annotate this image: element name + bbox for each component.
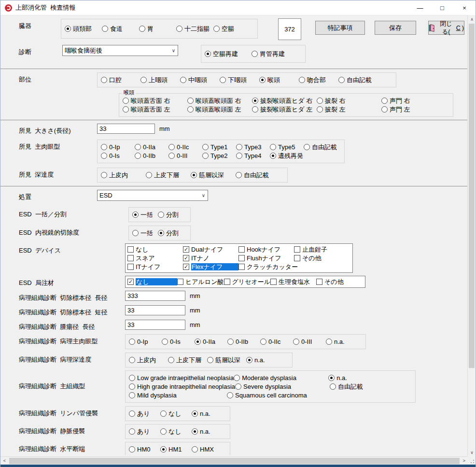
radio-option[interactable]: 0-Ip: [129, 338, 162, 345]
radio-option[interactable]: n.a.: [326, 338, 359, 345]
radio-option[interactable]: 上咽頭: [140, 76, 180, 84]
radio-option[interactable]: 自由記載: [330, 383, 363, 390]
special-notes-button[interactable]: 特記事項: [315, 21, 365, 35]
radio-option[interactable]: Type2: [202, 152, 236, 159]
radio-option[interactable]: Type3: [236, 143, 270, 151]
checkbox-option[interactable]: ヒアルロン酸: [177, 278, 224, 285]
radio-option[interactable]: あり: [129, 410, 160, 417]
radio-option[interactable]: 自由記載: [304, 143, 337, 151]
radio-option[interactable]: 筋層以深: [207, 356, 246, 364]
radio-option[interactable]: 空腸再建: [205, 50, 252, 57]
checkbox-option[interactable]: Flushナイフ: [238, 255, 294, 262]
vertical-scrollbar[interactable]: ∧ ∨: [467, 15, 476, 456]
scroll-left-icon[interactable]: <: [0, 457, 9, 465]
radio-option[interactable]: 分割: [158, 211, 183, 218]
save-button[interactable]: 保存: [375, 21, 416, 35]
radio-option[interactable]: n.a.: [192, 410, 223, 417]
checkbox-option[interactable]: その他: [294, 255, 350, 262]
radio-option[interactable]: 頭頚部: [65, 25, 102, 32]
checkbox-option[interactable]: 生理食塩水: [270, 278, 316, 285]
radio-option[interactable]: Squamous cell carcinoma: [227, 392, 322, 399]
radio-option[interactable]: 上皮内: [101, 171, 146, 179]
checkbox-option[interactable]: Hookナイフ: [238, 246, 294, 253]
radio-option[interactable]: 中咽頭: [180, 76, 220, 84]
radio-option[interactable]: 吻合部: [299, 76, 338, 84]
radio-option[interactable]: 上皮内: [129, 356, 168, 364]
radio-option[interactable]: n.a.: [192, 428, 223, 435]
minimize-button[interactable]: —: [409, 0, 431, 15]
radio-option[interactable]: 胃管再建: [252, 50, 298, 57]
radio-option[interactable]: HMX: [192, 446, 223, 453]
radio-option[interactable]: 0-III: [293, 338, 326, 345]
radio-option[interactable]: 自由記載: [236, 171, 280, 179]
radio-option[interactable]: 分割: [158, 229, 183, 237]
radio-option[interactable]: 0-IIb: [135, 152, 168, 159]
checkbox-option[interactable]: その他: [316, 278, 362, 285]
radio-option[interactable]: 0-III: [168, 152, 202, 159]
radio-option[interactable]: 喉頭蓋舌面 左: [123, 106, 187, 113]
radio-option[interactable]: n.a.: [246, 356, 285, 364]
radio-option[interactable]: 上皮下層: [168, 356, 207, 364]
vertical-scroll-thumb[interactable]: [469, 24, 475, 368]
radio-option[interactable]: 胃: [139, 25, 176, 32]
radio-option[interactable]: 喉頭蓋喉頭面 右: [187, 97, 252, 104]
radio-option[interactable]: 筋層以深: [191, 171, 236, 179]
radio-option[interactable]: 下咽頭: [220, 76, 259, 84]
checkbox-option[interactable]: クラッチカッター: [238, 263, 298, 270]
close-window-button[interactable]: ×: [453, 0, 476, 15]
checkbox-option[interactable]: なし: [127, 246, 183, 253]
text-field[interactable]: [125, 305, 185, 315]
radio-option[interactable]: 披裂喉頭蓋ヒダ 左: [252, 106, 317, 113]
radio-option[interactable]: Mild dysplasia: [129, 392, 227, 399]
checkbox-option[interactable]: ITナイフ: [127, 263, 183, 270]
scroll-down-icon[interactable]: ∨: [468, 448, 476, 456]
resize-grip[interactable]: [473, 462, 474, 463]
checkbox-option[interactable]: ✓ITナノ: [183, 255, 238, 262]
radio-option[interactable]: Type1: [202, 143, 236, 151]
radio-option[interactable]: 自由記載: [338, 76, 378, 84]
close-form-button[interactable]: 閉じる(C): [428, 21, 464, 35]
radio-option[interactable]: 喉頭蓋舌面 右: [123, 97, 187, 104]
radio-option[interactable]: 0-Is: [101, 152, 135, 159]
radio-option[interactable]: 0-IIa: [195, 338, 227, 345]
horizontal-scrollbar[interactable]: < >: [0, 456, 468, 465]
radio-option[interactable]: 食道: [102, 25, 139, 32]
text-field[interactable]: [97, 124, 155, 134]
radio-option[interactable]: HM1: [160, 446, 192, 453]
radio-option[interactable]: Moderate dysplasia: [234, 374, 328, 382]
checkbox-option[interactable]: 止血鉗子: [294, 246, 350, 253]
radio-option[interactable]: Low grade intraepithelial neoplasia: [129, 374, 234, 382]
radio-option[interactable]: 披裂 右: [317, 97, 381, 104]
scroll-up-icon[interactable]: ∧: [468, 15, 476, 23]
radio-option[interactable]: 0-Ip: [101, 143, 135, 151]
checkbox-option[interactable]: ✓なし: [127, 278, 177, 285]
radio-option[interactable]: 0-IIa: [135, 143, 168, 151]
text-field[interactable]: [125, 291, 185, 301]
radio-option[interactable]: 空腸: [213, 25, 251, 32]
radio-option[interactable]: 披裂喉頭蓋ヒダ 右: [252, 97, 317, 104]
radio-option[interactable]: なし: [160, 428, 192, 435]
checkbox-option[interactable]: ✓Dualナイフ: [183, 246, 238, 253]
radio-option[interactable]: 声門 右: [381, 97, 446, 104]
radio-option[interactable]: 一括: [132, 229, 158, 237]
radio-option[interactable]: 口腔: [101, 76, 140, 84]
radio-option[interactable]: 上皮下層: [146, 171, 191, 179]
checkbox-option[interactable]: グリセオール: [224, 278, 271, 285]
checkbox-option[interactable]: スネア: [127, 255, 183, 262]
radio-option[interactable]: 披裂 左: [317, 106, 381, 113]
radio-option[interactable]: HM0: [129, 446, 160, 453]
checkbox-option[interactable]: ✓Flexナイフ: [183, 263, 238, 270]
radio-option[interactable]: 喉頭蓋喉頭面 左: [187, 106, 252, 113]
radio-option[interactable]: Type4: [236, 152, 270, 159]
radio-option[interactable]: なし: [160, 410, 192, 417]
maximize-button[interactable]: □: [431, 0, 453, 15]
radio-option[interactable]: Severe dysplasia: [235, 383, 330, 390]
dropdown[interactable]: ESD∨: [97, 190, 208, 201]
radio-option[interactable]: 遺残再発: [270, 152, 304, 159]
radio-option[interactable]: n.a.: [328, 374, 347, 382]
dropdown[interactable]: 咽喉食摘術後∨: [62, 45, 178, 56]
radio-option[interactable]: 0-Is: [162, 338, 195, 345]
radio-option[interactable]: 一括: [132, 211, 158, 218]
radio-option[interactable]: 声門 左: [381, 106, 446, 113]
radio-option[interactable]: 喉頭: [259, 76, 299, 84]
